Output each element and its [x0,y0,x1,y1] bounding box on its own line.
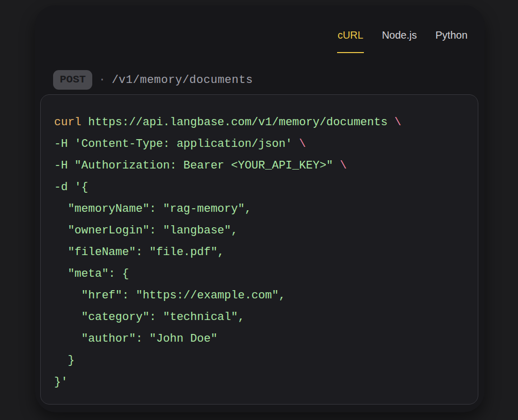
code-content: curl https://api.langbase.com/v1/memory/… [54,112,464,393]
code-token-string: "memoryName": "rag-memory", [54,203,252,215]
code-line: -d '{ [54,177,464,198]
code-line: "category": "technical", [54,307,464,328]
code-line: }' [54,372,464,393]
tab-curl[interactable]: cURL [337,29,364,53]
code-token-string: "href": "https://example.com", [54,289,286,302]
code-line: "fileName": "file.pdf", [54,242,464,263]
endpoint-row: POST · /v1/memory/documents [53,70,253,90]
code-token-escape: \ [299,138,306,150]
code-token-string: -d '{ [54,181,88,194]
code-token-string: -H "Authorization: Bearer <YOUR_API_KEY>… [54,159,340,172]
code-token-string: "fileName": "file.pdf", [54,246,224,259]
tab-node-js[interactable]: Node.js [381,29,417,53]
code-token-string: "ownerLogin": "langbase", [54,224,238,237]
language-tabs: cURLNode.jsPython [337,29,468,53]
code-line: -H "Authorization: Bearer <YOUR_API_KEY>… [54,155,464,177]
code-token-keyword: curl [54,116,81,129]
tab-python[interactable]: Python [435,29,468,53]
code-line: "author": "John Doe" [54,328,464,350]
http-method-badge: POST [53,70,92,90]
code-token-escape: \ [394,116,401,129]
code-token-string: "category": "technical", [54,311,245,324]
code-line: "memoryName": "rag-memory", [54,198,464,220]
code-line: "href": "https://example.com", [54,285,464,307]
code-line: "ownerLogin": "langbase", [54,220,464,242]
code-line: } [54,350,464,372]
code-token-string: "author": "John Doe" [54,332,218,345]
code-line: curl https://api.langbase.com/v1/memory/… [54,112,464,133]
endpoint-path: /v1/memory/documents [112,74,253,87]
code-line: "meta": { [54,263,464,285]
endpoint-separator: · [98,74,105,87]
code-token-string: -H 'Content-Type: application/json' [54,138,299,150]
code-token-string: } [54,354,75,367]
code-token-string: "meta": { [54,267,129,280]
api-snippet-card: cURLNode.jsPython POST · /v1/memory/docu… [35,5,484,412]
code-token-escape: \ [340,159,347,172]
code-token-string: }' [54,376,68,389]
code-line: -H 'Content-Type: application/json' \ [54,133,464,155]
code-block: curl https://api.langbase.com/v1/memory/… [40,94,478,405]
code-token-string: https://api.langbase.com/v1/memory/docum… [81,116,394,129]
